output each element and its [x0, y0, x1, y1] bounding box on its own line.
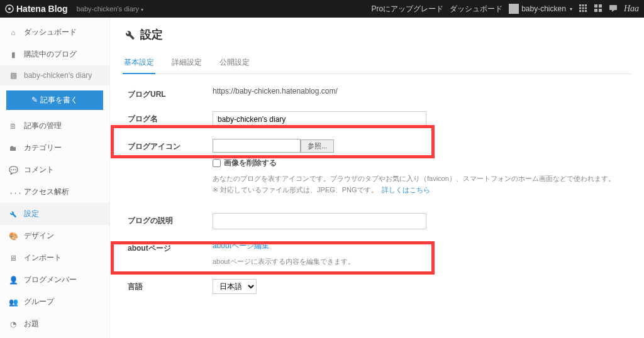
svg-rect-8 [579, 10, 581, 12]
chart-icon: ⬪⬪⬪ [9, 188, 18, 197]
row-language: 言語 日本語 [128, 279, 631, 294]
blog-name-input[interactable] [213, 111, 426, 128]
main-content: 設定 基本設定 詳細設定 公開設定 ブログURL https://baby-ch… [110, 18, 644, 338]
topbar: Hatena Blog baby-chicken's diary Proにアップ… [0, 0, 644, 18]
row-blog-description: ブログの説明 [128, 213, 631, 229]
sidebar-label: インポート [24, 253, 62, 263]
sidebar-item-import[interactable]: 🖥インポート [0, 247, 109, 269]
grid-icon[interactable] [579, 4, 587, 14]
blog-description-input[interactable] [213, 213, 426, 229]
sidebar-item-settings[interactable]: 設定 [0, 203, 109, 225]
username-label: baby-chicken [521, 4, 566, 13]
dashboard-link[interactable]: ダッシュボード [450, 4, 502, 14]
sidebar-label: 設定 [24, 209, 39, 219]
settings-form: ブログURL https://baby-chicken.hatenablog.c… [123, 84, 631, 294]
label-blog-url: ブログURL [128, 87, 213, 100]
row-blog-url: ブログURL https://baby-chicken.hatenablog.c… [128, 87, 631, 100]
svg-rect-4 [585, 4, 587, 6]
blog-selector[interactable]: baby-chicken's diary [77, 5, 143, 13]
sidebar-label: グループ [24, 297, 54, 307]
svg-rect-13 [594, 9, 597, 12]
svg-rect-6 [582, 7, 584, 9]
icon-description: あなたのブログを表すアイコンです。ブラウザのタブやお気に入り（favicon）、… [213, 173, 631, 195]
icon-path-field[interactable] [213, 139, 301, 153]
palette-icon: 🎨 [9, 232, 18, 241]
label-blog-name: ブログ名 [128, 111, 213, 124]
delete-image-checkbox-input[interactable] [213, 159, 221, 167]
svg-rect-10 [585, 10, 587, 12]
sidebar-label: 記事の管理 [24, 121, 62, 131]
odai-icon: ◔ [9, 320, 18, 329]
sidebar-item-group[interactable]: 👥グループ [0, 291, 109, 313]
browse-button[interactable]: 参照... [301, 139, 334, 153]
row-blog-icon: ブログアイコン 参照... 画像を削除する あなたのブログを表すアイコンです。ブ… [128, 139, 631, 195]
page-title: 設定 [124, 27, 631, 42]
sidebar-label: baby-chicken's diary [24, 71, 92, 80]
group-icon: 👥 [9, 298, 18, 307]
svg-rect-14 [599, 9, 602, 12]
chat-icon[interactable] [609, 4, 618, 14]
wrench-icon [124, 29, 135, 40]
sidebar-item-analytics[interactable]: ⬪⬪⬪アクセス解析 [0, 181, 109, 203]
blog-icon: ▩ [9, 71, 18, 80]
sidebar-item-design[interactable]: 🎨デザイン [0, 225, 109, 247]
label-language: 言語 [128, 279, 213, 292]
home-icon: ⌂ [9, 28, 18, 37]
svg-rect-15 [609, 5, 617, 10]
document-icon: 🗎 [9, 122, 18, 131]
svg-rect-7 [585, 7, 587, 9]
sidebar: ⌂ダッシュボード ▮購読中のブログ ▩baby-chicken's diary … [0, 18, 110, 338]
sidebar-item-dashboard[interactable]: ⌂ダッシュボード [0, 21, 109, 43]
sidebar-label: お題 [24, 319, 39, 329]
svg-rect-12 [599, 4, 602, 8]
about-edit-link[interactable]: aboutページ編集 [213, 241, 269, 250]
sidebar-item-manage[interactable]: 🗎記事の管理 [0, 115, 109, 137]
svg-rect-5 [579, 7, 581, 9]
member-icon: 👤 [9, 276, 18, 285]
sidebar-item-current-blog[interactable]: ▩baby-chicken's diary [0, 65, 109, 85]
write-post-button[interactable]: 記事を書く [6, 90, 103, 110]
svg-point-1 [8, 8, 11, 10]
svg-rect-9 [582, 10, 584, 12]
sidebar-label: アクセス解析 [24, 187, 69, 197]
page-title-text: 設定 [140, 27, 163, 42]
import-icon: 🖥 [9, 254, 18, 263]
tab-basic[interactable]: 基本設定 [123, 53, 155, 74]
brand-suffix: Haa [624, 4, 639, 14]
svg-rect-3 [582, 4, 584, 6]
folder-icon: 🖿 [9, 144, 18, 153]
row-blog-name: ブログ名 [128, 111, 631, 128]
label-blog-icon: ブログアイコン [128, 139, 213, 152]
hatena-logo[interactable]: Hatena Blog [5, 4, 68, 14]
svg-rect-11 [594, 4, 597, 8]
row-about: aboutページ aboutページ編集 aboutページに表示する内容を編集でき… [128, 241, 631, 268]
about-description: aboutページに表示する内容を編集できます。 [213, 256, 631, 268]
language-select[interactable]: 日本語 [213, 279, 257, 294]
bookmark-icon: ▮ [9, 50, 18, 59]
sidebar-item-subscriptions[interactable]: ▮購読中のブログ [0, 43, 109, 65]
icon-detail-link[interactable]: 詳しくはこちら [382, 186, 430, 194]
apps-icon[interactable] [594, 4, 602, 14]
delete-image-label: 画像を削除する [224, 158, 277, 168]
sidebar-label: デザイン [24, 231, 54, 241]
upgrade-link[interactable]: Proにアップグレード [371, 4, 443, 14]
sidebar-label: 購読中のブログ [24, 49, 77, 60]
avatar-icon [509, 4, 519, 14]
tab-detail[interactable]: 詳細設定 [170, 53, 203, 74]
wrench-icon [9, 210, 18, 218]
sidebar-label: カテゴリー [24, 143, 62, 153]
sidebar-item-members[interactable]: 👤ブログメンバー [0, 269, 109, 291]
delete-image-checkbox[interactable]: 画像を削除する [213, 158, 631, 168]
sidebar-label: ダッシュボード [24, 27, 77, 38]
sidebar-item-category[interactable]: 🖿カテゴリー [0, 137, 109, 159]
settings-tabs: 基本設定 詳細設定 公開設定 [123, 53, 631, 74]
user-menu[interactable]: baby-chicken [509, 4, 572, 14]
value-blog-url: https://baby-chicken.hatenablog.com/ [213, 87, 631, 95]
sidebar-item-odai[interactable]: ◔お題 [0, 313, 109, 335]
svg-rect-2 [579, 4, 581, 6]
label-about: aboutページ [128, 241, 213, 254]
label-blog-description: ブログの説明 [128, 213, 213, 226]
tab-publish[interactable]: 公開設定 [218, 53, 251, 74]
logo-text: Hatena Blog [16, 4, 68, 14]
sidebar-item-comment[interactable]: 💬コメント [0, 159, 109, 181]
